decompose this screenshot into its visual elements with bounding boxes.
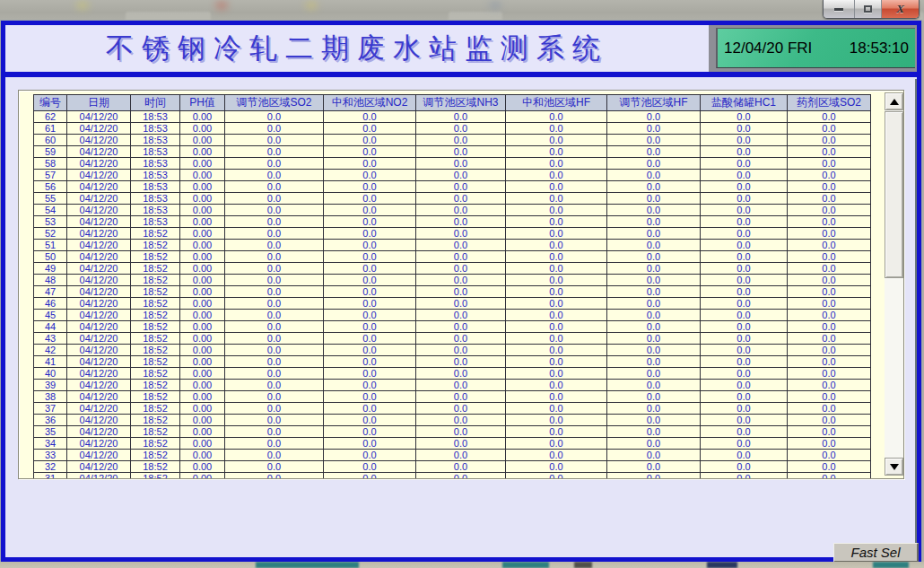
table-cell: 0.00 <box>180 438 225 450</box>
table-cell: 0.0 <box>324 146 416 158</box>
table-cell: 18:52 <box>131 275 180 286</box>
table-row[interactable]: 4004/12/2018:520.000.00.00.00.00.00.00.0 <box>34 368 871 380</box>
table-cell: 04/12/20 <box>67 205 131 216</box>
minimize-button[interactable] <box>824 0 855 18</box>
table-cell: 40 <box>34 368 67 380</box>
table-row[interactable]: 5404/12/2018:530.000.00.00.00.00.00.00.0 <box>34 205 871 216</box>
table-cell: 0.0 <box>416 321 506 333</box>
table-cell: 0.0 <box>506 321 607 333</box>
table-row[interactable]: 5204/12/2018:520.000.00.00.00.00.00.00.0 <box>34 228 871 240</box>
table-row[interactable]: 4704/12/2018:520.000.00.00.00.00.00.00.0 <box>34 286 871 298</box>
close-button[interactable]: X <box>882 0 919 18</box>
table-cell: 0.00 <box>180 158 225 170</box>
table-row[interactable]: 5704/12/2018:530.000.00.00.00.00.00.00.0 <box>34 170 871 181</box>
table-cell: 0.0 <box>607 158 701 170</box>
table-row[interactable]: 4804/12/2018:520.000.00.00.00.00.00.00.0 <box>34 275 871 286</box>
column-header: 日期 <box>67 95 131 111</box>
table-cell: 0.0 <box>701 263 788 275</box>
table-cell: 0.0 <box>416 286 506 298</box>
table-cell: 0.0 <box>788 205 871 216</box>
table-row[interactable]: 5804/12/2018:530.000.00.00.00.00.00.00.0 <box>34 158 871 170</box>
maximize-button[interactable] <box>855 0 882 18</box>
table-row[interactable]: 3704/12/2018:520.000.00.00.00.00.00.00.0 <box>34 403 871 415</box>
table-cell: 0.0 <box>607 403 701 415</box>
scroll-down-button[interactable] <box>885 458 903 476</box>
table-cell: 0.0 <box>225 473 324 480</box>
table-cell: 18:52 <box>131 403 180 415</box>
table-cell: 0.0 <box>225 205 324 216</box>
fast-sel-button[interactable]: Fast Sel <box>833 543 919 563</box>
table-row[interactable]: 3904/12/2018:520.000.00.00.00.00.00.00.0 <box>34 380 871 391</box>
table-cell: 0.0 <box>324 310 416 321</box>
table-cell: 0.0 <box>416 251 506 263</box>
table-row[interactable]: 5104/12/2018:520.000.00.00.00.00.00.00.0 <box>34 240 871 251</box>
table-cell: 0.0 <box>416 438 506 450</box>
table-cell: 0.0 <box>788 158 871 170</box>
table-cell: 0.0 <box>225 275 324 286</box>
table-row[interactable]: 4904/12/2018:520.000.00.00.00.00.00.00.0 <box>34 263 871 275</box>
table-cell: 0.0 <box>607 415 701 426</box>
table-row[interactable]: 5604/12/2018:530.000.00.00.00.00.00.00.0 <box>34 181 871 193</box>
table-cell: 0.0 <box>506 380 607 391</box>
table-cell: 0.0 <box>416 205 506 216</box>
table-cell: 0.0 <box>416 356 506 368</box>
table-cell: 0.0 <box>607 450 701 461</box>
table-cell: 0.0 <box>416 461 506 473</box>
table-cell: 0.0 <box>788 380 871 391</box>
table-cell: 0.0 <box>788 263 871 275</box>
table-cell: 0.0 <box>788 368 871 380</box>
table-row[interactable]: 3304/12/2018:520.000.00.00.00.00.00.00.0 <box>34 450 871 461</box>
table-cell: 0.0 <box>324 298 416 310</box>
table-row[interactable]: 6104/12/2018:530.000.00.00.00.00.00.00.0 <box>34 123 871 135</box>
table-cell: 0.0 <box>701 333 788 345</box>
table-cell: 0.0 <box>701 310 788 321</box>
table-row[interactable]: 3404/12/2018:520.000.00.00.00.00.00.00.0 <box>34 438 871 450</box>
column-header: 中和池区域NO2 <box>324 95 416 111</box>
table-cell: 0.0 <box>607 321 701 333</box>
table-row[interactable]: 3804/12/2018:520.000.00.00.00.00.00.00.0 <box>34 391 871 403</box>
table-cell: 0.00 <box>180 450 225 461</box>
table-row[interactable]: 3204/12/2018:520.000.00.00.00.00.00.00.0 <box>34 461 871 473</box>
table-row[interactable]: 5504/12/2018:530.000.00.00.00.00.00.00.0 <box>34 193 871 205</box>
down-arrow-icon <box>890 464 899 470</box>
table-cell: 04/12/20 <box>67 111 131 123</box>
table-cell: 0.0 <box>788 403 871 415</box>
table-row[interactable]: 5904/12/2018:530.000.00.00.00.00.00.00.0 <box>34 146 871 158</box>
table-row[interactable]: 4104/12/2018:520.000.00.00.00.00.00.00.0 <box>34 356 871 368</box>
table-cell: 0.0 <box>607 181 701 193</box>
table-row[interactable]: 4504/12/2018:520.000.00.00.00.00.00.00.0 <box>34 310 871 321</box>
table-cell: 0.0 <box>324 251 416 263</box>
table-row[interactable]: 3504/12/2018:520.000.00.00.00.00.00.00.0 <box>34 426 871 438</box>
table-row[interactable]: 4204/12/2018:520.000.00.00.00.00.00.00.0 <box>34 345 871 356</box>
table-cell: 04/12/20 <box>67 391 131 403</box>
table-cell: 0.0 <box>416 123 506 135</box>
table-cell: 04/12/20 <box>67 380 131 391</box>
table-cell: 0.0 <box>788 450 871 461</box>
table-cell: 0.0 <box>607 380 701 391</box>
table-row[interactable]: 5304/12/2018:530.000.00.00.00.00.00.00.0 <box>34 216 871 228</box>
table-row[interactable]: 6204/12/2018:530.000.00.00.00.00.00.00.0 <box>34 111 871 123</box>
vertical-scrollbar[interactable] <box>885 92 903 476</box>
taskbar-segment <box>873 562 909 568</box>
table-cell: 0.0 <box>607 135 701 146</box>
table-cell: 0.0 <box>225 438 324 450</box>
table-row[interactable]: 4604/12/2018:520.000.00.00.00.00.00.00.0 <box>34 298 871 310</box>
table-cell: 04/12/20 <box>67 263 131 275</box>
table-cell: 48 <box>34 275 67 286</box>
table-row[interactable]: 3604/12/2018:520.000.00.00.00.00.00.00.0 <box>34 415 871 426</box>
table-row[interactable]: 6004/12/2018:530.000.00.00.00.00.00.00.0 <box>34 135 871 146</box>
scrollbar-thumb[interactable] <box>885 111 903 278</box>
table-row[interactable]: 5004/12/2018:520.000.00.00.00.00.00.00.0 <box>34 251 871 263</box>
table-row[interactable]: 4304/12/2018:520.000.00.00.00.00.00.00.0 <box>34 333 871 345</box>
table-cell: 0.0 <box>225 158 324 170</box>
table-cell: 0.0 <box>416 193 506 205</box>
scroll-up-button[interactable] <box>885 92 903 110</box>
table-row[interactable]: 3104/12/2018:520.000.00.00.00.00.00.00.0 <box>34 473 871 480</box>
table-cell: 0.0 <box>324 228 416 240</box>
table-cell: 0.0 <box>506 193 607 205</box>
table-cell: 0.0 <box>416 450 506 461</box>
table-cell: 18:52 <box>131 263 180 275</box>
table-cell: 18:53 <box>131 205 180 216</box>
table-row[interactable]: 4404/12/2018:520.000.00.00.00.00.00.00.0 <box>34 321 871 333</box>
table-cell: 04/12/20 <box>67 158 131 170</box>
